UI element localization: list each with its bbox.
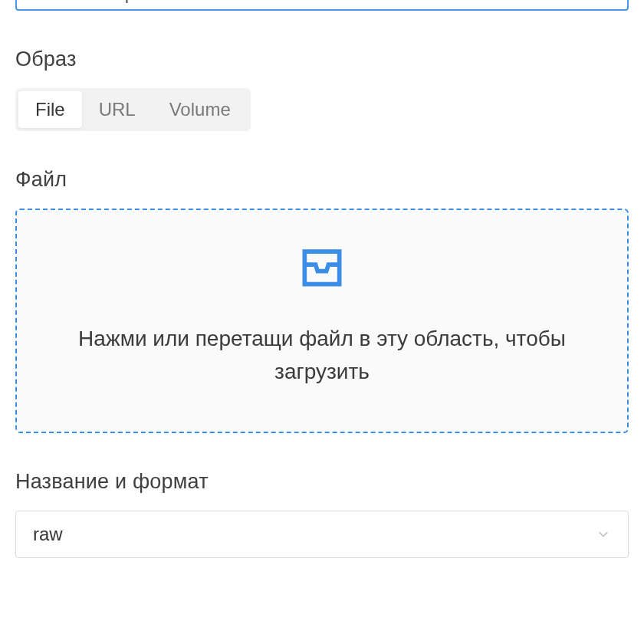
- file-section-label: Файл: [15, 168, 629, 192]
- tab-file[interactable]: File: [18, 91, 82, 128]
- image-source-tabs: File URL Volume: [15, 88, 251, 131]
- name-format-label: Название и формат: [15, 470, 629, 494]
- format-select[interactable]: raw: [15, 511, 629, 558]
- dropzone-text: Нажми или перетащи файл в эту область, ч…: [40, 322, 604, 389]
- tab-volume[interactable]: Volume: [153, 91, 248, 128]
- image-section-label: Образ: [15, 48, 629, 71]
- chevron-down-icon: [596, 527, 611, 542]
- tab-url[interactable]: URL: [82, 91, 153, 128]
- file-dropzone[interactable]: Нажми или перетащи файл в эту область, ч…: [15, 209, 629, 433]
- format-select-value: raw: [33, 524, 63, 545]
- inbox-icon: [296, 241, 348, 296]
- name-input[interactable]: [15, 0, 629, 11]
